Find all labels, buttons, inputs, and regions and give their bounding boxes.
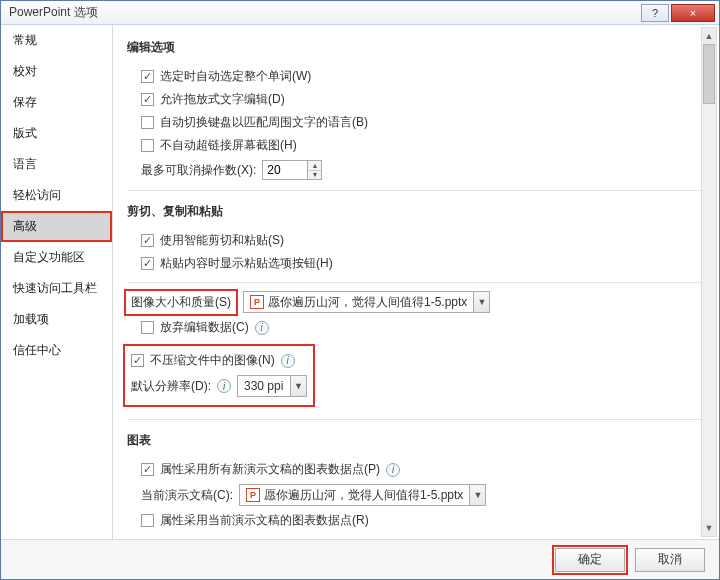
image-target-file: 愿你遍历山河，觉得人间值得1-5.pptx [268,294,467,311]
sidebar-item-customize-ribbon[interactable]: 自定义功能区 [1,242,112,273]
scroll-track[interactable] [702,44,716,520]
help-button[interactable]: ? [641,4,669,22]
label-discard-edit: 放弃编辑数据(C) [160,319,249,336]
chevron-down-icon[interactable]: ▼ [290,376,306,396]
sidebar-item-language[interactable]: 语言 [1,149,112,180]
section-chart-title: 图表 [127,426,703,459]
sidebar-item-save[interactable]: 保存 [1,87,112,118]
sidebar-item-ease[interactable]: 轻松访问 [1,180,112,211]
label-select-word: 选定时自动选定整个单词(W) [160,68,311,85]
checkbox-no-hyperlink-screenshot[interactable] [141,139,154,152]
info-icon[interactable]: i [386,463,400,477]
sidebar-item-qat[interactable]: 快速访问工具栏 [1,273,112,304]
label-smart-cutpaste: 使用智能剪切和粘贴(S) [160,232,284,249]
spin-up-icon[interactable]: ▲ [308,161,321,171]
sidebar-item-advanced[interactable]: 高级 [1,211,112,242]
close-button[interactable]: × [671,4,715,22]
titlebar: PowerPoint 选项 ? × [1,1,719,25]
checkbox-auto-keyboard[interactable] [141,116,154,129]
ok-button[interactable]: 确定 [555,548,625,572]
label-auto-keyboard: 自动切换键盘以匹配周围文字的语言(B) [160,114,368,131]
powerpoint-icon: P [250,295,264,309]
sidebar-item-addins[interactable]: 加载项 [1,304,112,335]
undo-count-spinner[interactable]: ▲▼ [262,160,322,180]
checkbox-chart-current[interactable] [141,514,154,527]
image-resolution-group: ✓ 不压缩文件中的图像(N) i 默认分辨率(D): i 330 ppi ▼ [123,344,315,407]
label-current-pres: 当前演示文稿(C): [141,487,233,504]
info-icon[interactable]: i [217,379,231,393]
label-paste-options: 粘贴内容时显示粘贴选项按钮(H) [160,255,333,272]
sidebar-item-layout[interactable]: 版式 [1,118,112,149]
window-title: PowerPoint 选项 [9,4,639,21]
powerpoint-icon: P [246,488,260,502]
spin-down-icon[interactable]: ▼ [308,171,321,180]
current-pres-combo[interactable]: P愿你遍历山河，觉得人间值得1-5.pptx ▼ [239,484,486,506]
checkbox-discard-edit[interactable] [141,321,154,334]
section-image-title: 图像大小和质量(S) [127,292,235,313]
default-resolution-combo[interactable]: 330 ppi ▼ [237,375,307,397]
scroll-down-icon[interactable]: ▼ [702,520,716,536]
sidebar-item-proofing[interactable]: 校对 [1,56,112,87]
chevron-down-icon[interactable]: ▼ [473,292,489,312]
default-resolution-value: 330 ppi [238,376,290,396]
label-no-compress: 不压缩文件中的图像(N) [150,352,275,369]
label-no-hyperlink-screenshot: 不自动超链接屏幕截图(H) [160,137,297,154]
undo-count-input[interactable] [263,161,307,179]
info-icon[interactable]: i [255,321,269,335]
cancel-button[interactable]: 取消 [635,548,705,572]
label-chart-current: 属性采用当前演示文稿的图表数据点(R) [160,512,369,529]
current-pres-file: 愿你遍历山河，觉得人间值得1-5.pptx [264,487,463,504]
label-default-resolution: 默认分辨率(D): [131,378,211,395]
sidebar-item-trust[interactable]: 信任中心 [1,335,112,366]
label-chart-all: 属性采用所有新演示文稿的图表数据点(P) [160,461,380,478]
section-editing-title: 编辑选项 [127,33,703,66]
sidebar-item-general[interactable]: 常规 [1,25,112,56]
checkbox-paste-options[interactable]: ✓ [141,257,154,270]
scroll-thumb[interactable] [703,44,715,104]
section-cutpaste-title: 剪切、复制和粘贴 [127,197,703,230]
chevron-down-icon[interactable]: ▼ [469,485,485,505]
info-icon[interactable]: i [281,354,295,368]
label-undo-count: 最多可取消操作数(X): [141,162,256,179]
checkbox-drag-drop[interactable]: ✓ [141,93,154,106]
checkbox-no-compress[interactable]: ✓ [131,354,144,367]
main-panel: 编辑选项 ✓ 选定时自动选定整个单词(W) ✓ 允许拖放式文字编辑(D) 自动切… [113,25,719,539]
options-dialog: PowerPoint 选项 ? × 常规 校对 保存 版式 语言 轻松访问 高级… [0,0,720,580]
scroll-up-icon[interactable]: ▲ [702,28,716,44]
sidebar: 常规 校对 保存 版式 语言 轻松访问 高级 自定义功能区 快速访问工具栏 加载… [1,25,113,539]
checkbox-chart-all[interactable]: ✓ [141,463,154,476]
checkbox-select-word[interactable]: ✓ [141,70,154,83]
dialog-footer: 确定 取消 [1,539,719,579]
checkbox-smart-cutpaste[interactable]: ✓ [141,234,154,247]
label-drag-drop: 允许拖放式文字编辑(D) [160,91,285,108]
image-target-combo[interactable]: P愿你遍历山河，觉得人间值得1-5.pptx ▼ [243,291,490,313]
vertical-scrollbar[interactable]: ▲ ▼ [701,27,717,537]
